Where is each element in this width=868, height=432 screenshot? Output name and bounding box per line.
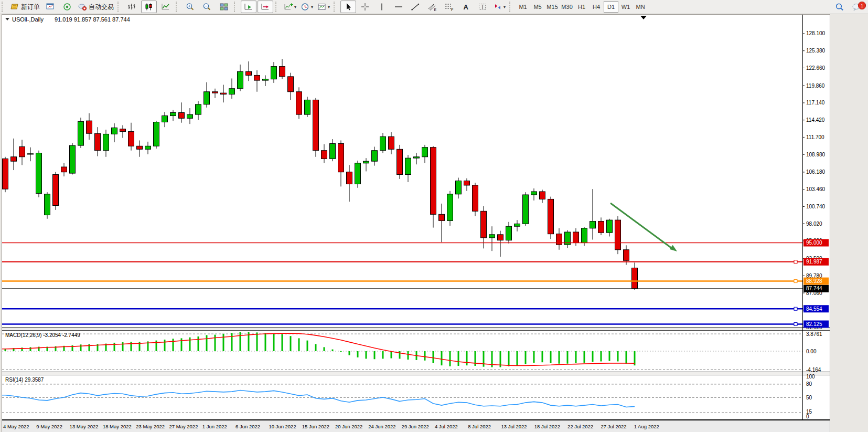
search-icon bbox=[835, 3, 844, 11]
candle-body-up bbox=[372, 151, 378, 161]
candle-body-down bbox=[397, 149, 403, 174]
periods-menu-button[interactable] bbox=[299, 1, 315, 13]
candle-body-up bbox=[238, 71, 243, 89]
vline-icon bbox=[377, 3, 387, 11]
zoom-out-button[interactable] bbox=[199, 1, 215, 13]
date-axis-label: 10 Jun 2022 bbox=[269, 424, 296, 429]
date-axis-label: 22 Jul 2022 bbox=[567, 424, 593, 429]
candle-body-down bbox=[573, 232, 579, 243]
auto-scroll-icon bbox=[244, 3, 253, 11]
period-button-m15[interactable]: M15 bbox=[545, 1, 560, 13]
price-label-95.000: 95.000 bbox=[806, 240, 822, 246]
signals-button[interactable] bbox=[59, 1, 75, 13]
candle-body-up bbox=[28, 154, 34, 154]
period-button-h4[interactable]: H4 bbox=[589, 1, 604, 13]
toolbar-group-grip bbox=[509, 2, 514, 12]
new-order-button[interactable]: 新订单 bbox=[8, 1, 41, 13]
price-axis-tick-label: 125.380 bbox=[806, 48, 826, 54]
trendline-button[interactable] bbox=[408, 1, 423, 13]
auto-trading-label: 自动交易 bbox=[89, 3, 114, 12]
search-button[interactable] bbox=[832, 1, 848, 13]
candles-icon bbox=[144, 3, 154, 11]
auto-trading-button[interactable]: 自动交易 bbox=[76, 1, 115, 13]
line-handle[interactable] bbox=[794, 260, 797, 264]
line-handle[interactable] bbox=[794, 307, 797, 310]
signal-icon bbox=[62, 3, 72, 11]
candlestick-chart-button[interactable] bbox=[141, 1, 157, 13]
price-axis-tick-label: 117.140 bbox=[806, 100, 825, 106]
candle-body-up bbox=[204, 92, 210, 104]
text-t-icon: T bbox=[478, 3, 487, 11]
date-axis-label: 20 Jun 2022 bbox=[335, 424, 362, 429]
line-handle[interactable] bbox=[794, 323, 797, 326]
cursor-icon bbox=[344, 3, 353, 11]
auto-scroll-button[interactable] bbox=[241, 1, 256, 13]
bar-chart-button[interactable] bbox=[124, 1, 140, 13]
date-axis-label: 27 Jul 2022 bbox=[601, 424, 626, 429]
vertical-line-button[interactable] bbox=[374, 1, 390, 13]
templates-button[interactable] bbox=[316, 1, 331, 13]
date-axis-label: 8 Jul 2022 bbox=[468, 424, 491, 429]
chart-plot-area[interactable] bbox=[2, 15, 830, 327]
candle-body-down bbox=[313, 100, 319, 150]
candle-body-up bbox=[607, 220, 613, 233]
period-button-w1[interactable]: W1 bbox=[618, 1, 633, 13]
horizontal-line-button[interactable] bbox=[391, 1, 406, 13]
text-label-button[interactable]: T bbox=[475, 1, 490, 13]
line-handle[interactable] bbox=[794, 280, 797, 283]
candle-body-down bbox=[280, 67, 285, 77]
candle-body-down bbox=[473, 185, 478, 211]
candle-body-up bbox=[590, 222, 596, 228]
rsi-indicator-label: RSI(14) 29.3587 bbox=[5, 377, 44, 383]
candle-body-down bbox=[322, 151, 327, 159]
fibonacci-button[interactable]: F bbox=[441, 1, 457, 13]
chart-window-button[interactable] bbox=[42, 1, 58, 13]
date-axis-label: 24 Jun 2022 bbox=[368, 424, 395, 429]
candle-body-down bbox=[61, 167, 67, 172]
date-axis-label: 15 Jun 2022 bbox=[302, 424, 329, 429]
candle-body-up bbox=[531, 192, 537, 195]
period-button-m1[interactable]: M1 bbox=[516, 1, 530, 13]
tile-windows-button[interactable] bbox=[216, 1, 232, 13]
period-button-d1[interactable]: D1 bbox=[604, 1, 618, 13]
notifications-button[interactable]: 1 bbox=[849, 1, 864, 13]
chart-shift-button[interactable] bbox=[258, 1, 273, 13]
price-axis-tick-label: 111.700 bbox=[806, 134, 824, 140]
candle-body-up bbox=[380, 136, 386, 150]
price-label-84.554: 84.554 bbox=[806, 306, 822, 312]
candle-body-up bbox=[162, 116, 168, 122]
date-axis-label: 27 May 2022 bbox=[169, 424, 198, 429]
chart-canvas[interactable]: 128.100125.380122.660119.860117.140114.4… bbox=[2, 15, 830, 432]
macd-axis-label: 0.00 bbox=[806, 349, 817, 354]
candle-body-down bbox=[439, 214, 445, 220]
macd-axis-label: -4.164 bbox=[806, 367, 821, 373]
trendline-icon bbox=[411, 3, 420, 11]
equidistant-channel-button[interactable]: E bbox=[424, 1, 440, 13]
candle-body-up bbox=[112, 128, 117, 134]
cursor-button[interactable] bbox=[340, 1, 356, 13]
candle-body-down bbox=[179, 112, 185, 118]
rsi-axis-label: 50 bbox=[806, 395, 812, 401]
pane-separator[interactable] bbox=[2, 372, 830, 375]
period-button-m5[interactable]: M5 bbox=[530, 1, 545, 13]
chart-title-ohlc: 91.019 91.857 87.561 87.744 bbox=[55, 16, 130, 23]
crosshair-button[interactable] bbox=[357, 1, 373, 13]
date-axis-label: 1 Jun 2022 bbox=[202, 424, 227, 429]
candle-body-down bbox=[53, 174, 59, 205]
candle-body-up bbox=[414, 157, 420, 158]
line-chart-button[interactable] bbox=[158, 1, 174, 13]
candle-body-down bbox=[212, 92, 218, 93]
main-toolbar: 新订单自动交易EFATM1M5M15M30H1H4D1W1MN bbox=[0, 0, 868, 14]
rsi-axis-label: 80 bbox=[806, 381, 812, 387]
text-button[interactable]: A bbox=[458, 1, 474, 13]
candle-body-down bbox=[548, 199, 554, 234]
candle-body-down bbox=[95, 133, 101, 151]
indicators-button[interactable] bbox=[282, 1, 298, 13]
zoom-in-button[interactable] bbox=[183, 1, 198, 13]
pane-separator[interactable] bbox=[2, 327, 830, 331]
period-button-m30[interactable]: M30 bbox=[560, 1, 574, 13]
period-button-h1[interactable]: H1 bbox=[574, 1, 589, 13]
arrows-button[interactable] bbox=[491, 1, 507, 13]
period-button-mn[interactable]: MN bbox=[633, 1, 648, 13]
date-axis-label: 6 Jun 2022 bbox=[235, 424, 260, 429]
